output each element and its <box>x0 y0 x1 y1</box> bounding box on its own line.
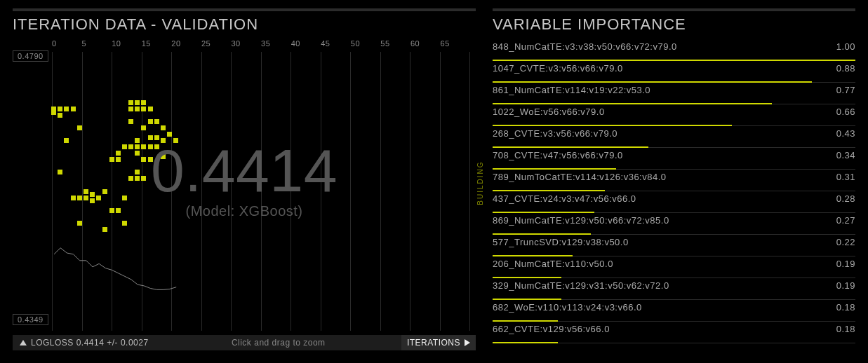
data-point <box>116 208 121 213</box>
feature-name: 708_CVTE:v47:v56:v66:v79.0 <box>493 150 623 160</box>
feature-name: 437_CVTE:v24:v3:v47:v56:v66.0 <box>493 193 636 204</box>
iterations-button[interactable]: ITERATIONS <box>401 335 476 350</box>
feature-name: 1047_CVTE:v3:v56:v66:v79.0 <box>493 63 623 74</box>
data-point <box>96 196 101 200</box>
data-point <box>135 138 140 143</box>
importance-row[interactable]: 682_WoE:v110:v113:v24:v3:v66.00.18 <box>493 300 855 322</box>
data-point <box>71 107 76 111</box>
feature-value: 0.22 <box>836 237 855 247</box>
data-point <box>77 221 82 226</box>
importance-bar <box>493 342 558 343</box>
importance-row[interactable]: 1047_CVTE:v3:v56:v66:v79.00.88 <box>493 61 855 83</box>
data-point <box>58 113 62 118</box>
trend-line <box>52 52 470 331</box>
importance-title: VARIABLE IMPORTANCE <box>493 15 855 34</box>
triangle-right-icon <box>465 339 470 346</box>
building-label: BUILDING <box>476 161 484 205</box>
data-point <box>116 157 121 162</box>
data-point <box>77 125 82 130</box>
data-point <box>90 192 95 197</box>
data-point <box>84 189 88 194</box>
data-point <box>141 144 146 149</box>
data-point <box>148 107 153 111</box>
feature-value: 0.18 <box>836 324 855 334</box>
data-point <box>135 176 140 181</box>
x-tick: 45 <box>321 39 351 52</box>
importance-row[interactable]: 848_NumCatTE:v3:v38:v50:v66:v72:v79.01.0… <box>493 39 855 61</box>
data-point <box>90 198 95 203</box>
feature-value: 0.19 <box>836 259 855 269</box>
y-axis-min: 0.4349 <box>13 314 48 325</box>
data-point <box>58 170 62 174</box>
feature-name: 662_CVTE:v129:v56:v66.0 <box>493 324 610 334</box>
plot-area[interactable] <box>52 52 470 331</box>
feature-name: 329_NumCatTE:v129:v31:v50:v62:v72.0 <box>493 280 669 291</box>
data-point <box>102 189 107 194</box>
importance-row[interactable]: 329_NumCatTE:v129:v31:v50:v62:v72.00.19 <box>493 278 855 300</box>
feature-name: 848_NumCatTE:v3:v38:v50:v66:v72:v79.0 <box>493 41 677 52</box>
feature-name: 861_NumCatTE:v114:v19:v22:v53.0 <box>493 85 650 95</box>
feature-name: 1022_WoE:v56:v66:v79.0 <box>493 107 605 117</box>
footer-metric: LOGLOSS 0.4414 +/- 0.0027 <box>13 338 156 348</box>
feature-value: 0.18 <box>836 302 855 313</box>
data-point <box>135 107 140 111</box>
data-point <box>148 157 153 162</box>
importance-row[interactable]: 861_NumCatTE:v114:v19:v22:v53.00.77 <box>493 83 855 104</box>
x-tick: 60 <box>410 39 441 52</box>
feature-name: 789_NumToCatTE:v114:v126:v36:v84.0 <box>493 172 667 182</box>
x-tick: 15 <box>142 39 172 52</box>
importance-row[interactable]: 1022_WoE:v56:v66:v79.00.66 <box>493 104 855 126</box>
x-tick: 10 <box>112 39 142 52</box>
data-point <box>109 157 114 162</box>
data-point <box>64 107 69 111</box>
data-point <box>148 144 153 149</box>
panel-rule <box>493 8 855 11</box>
panel-rule <box>13 8 476 11</box>
data-point <box>135 170 140 174</box>
feature-value: 0.34 <box>836 150 855 160</box>
feature-name: 682_WoE:v110:v113:v24:v3:v66.0 <box>493 302 642 313</box>
x-tick: 0 <box>52 39 82 52</box>
data-point <box>122 196 127 200</box>
importance-row[interactable]: 708_CVTE:v47:v56:v66:v79.00.34 <box>493 148 855 170</box>
x-tick: 55 <box>380 39 410 52</box>
importance-list: 848_NumCatTE:v3:v38:v50:v66:v72:v79.01.0… <box>493 39 855 350</box>
importance-row[interactable]: 268_CVTE:v3:v56:v66:v79.00.43 <box>493 126 855 148</box>
data-point <box>77 196 82 200</box>
data-point <box>173 138 178 143</box>
importance-row[interactable]: 662_CVTE:v129:v56:v66.00.18 <box>493 322 855 343</box>
feature-value: 0.31 <box>836 172 855 182</box>
x-tick: 25 <box>201 39 232 52</box>
importance-row[interactable]: 789_NumToCatTE:v114:v126:v36:v84.00.31 <box>493 170 855 191</box>
data-point <box>71 196 76 200</box>
feature-name: 206_NumCatTE:v110:v50.0 <box>493 259 613 269</box>
x-axis-ticks: 05101520253035404550556065 <box>52 39 470 52</box>
importance-row[interactable]: 869_NumCatTE:v129:v50:v66:v72:v85.00.27 <box>493 213 855 235</box>
feature-value: 0.28 <box>836 193 855 204</box>
data-point <box>154 135 159 140</box>
feature-value: 0.43 <box>836 128 855 139</box>
data-point <box>148 119 153 124</box>
feature-value: 0.88 <box>836 63 855 74</box>
importance-panel: VARIABLE IMPORTANCE 848_NumCatTE:v3:v38:… <box>493 8 855 350</box>
triangle-up-icon <box>20 340 27 345</box>
importance-row[interactable]: 577_TruncSVD:v129:v38:v50.00.22 <box>493 235 855 256</box>
feature-value: 0.77 <box>836 85 855 95</box>
feature-name: 577_TruncSVD:v129:v38:v50.0 <box>493 237 629 247</box>
data-point <box>141 125 146 130</box>
x-tick: 5 <box>82 39 112 52</box>
x-tick: 35 <box>261 39 291 52</box>
data-point <box>109 208 114 213</box>
data-point <box>135 151 140 156</box>
data-point <box>161 154 166 159</box>
data-point <box>64 138 69 143</box>
data-point <box>135 100 140 105</box>
iteration-chart[interactable]: 0.4790 0.4349 05101520253035404550556065… <box>13 39 476 350</box>
x-tick: 50 <box>351 39 381 52</box>
data-point <box>141 100 146 105</box>
data-point <box>84 196 88 200</box>
feature-value: 1.00 <box>836 41 855 52</box>
importance-row[interactable]: 206_NumCatTE:v110:v50.00.19 <box>493 256 855 278</box>
zoom-hint: Click and drag to zoom <box>156 338 401 348</box>
importance-row[interactable]: 437_CVTE:v24:v3:v47:v56:v66.00.28 <box>493 191 855 213</box>
